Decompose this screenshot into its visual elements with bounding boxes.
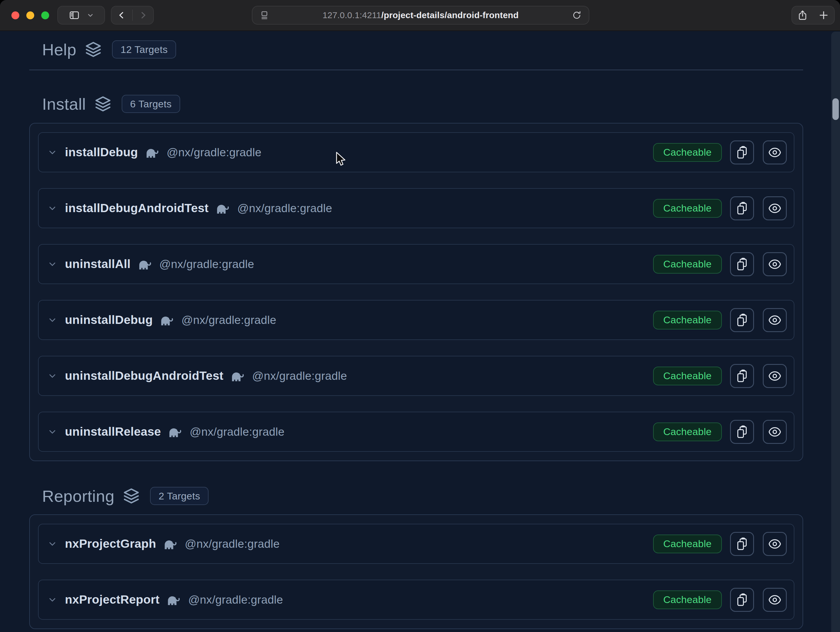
view-button[interactable] (763, 141, 787, 164)
clipboard-icon (735, 593, 749, 607)
new-tab-icon[interactable] (818, 9, 829, 21)
target-group-reporting: nxProjectGraph @nx/gradle:gradle Cacheab… (29, 514, 803, 629)
eye-icon (768, 258, 782, 271)
target-name: uninstallDebugAndroidTest (65, 369, 223, 383)
chevron-down-icon[interactable] (47, 427, 57, 437)
target-row[interactable]: uninstallAll @nx/gradle:gradle Cacheable (38, 244, 794, 284)
copy-button[interactable] (730, 252, 754, 276)
target-executor: @nx/gradle:gradle (188, 593, 283, 606)
copy-button[interactable] (730, 141, 754, 164)
scrollbar-thumb[interactable] (832, 98, 839, 120)
view-button[interactable] (763, 252, 787, 276)
url-host: 127.0.0.1:4211 (323, 10, 381, 20)
clipboard-icon (735, 202, 749, 215)
view-button[interactable] (763, 532, 787, 556)
view-button[interactable] (763, 588, 787, 612)
target-group-install: installDebug @nx/gradle:gradle Cacheable… (29, 123, 803, 461)
reload-icon[interactable] (572, 10, 582, 20)
layers-icon (85, 41, 101, 58)
view-button[interactable] (763, 196, 787, 220)
section-title: Reporting (42, 487, 114, 506)
target-name: nxProjectReport (65, 593, 159, 607)
gradle-icon (216, 204, 230, 214)
target-name: installDebugAndroidTest (65, 201, 208, 215)
eye-icon (768, 313, 782, 327)
copy-button[interactable] (730, 364, 754, 388)
targets-count-badge: 2 Targets (150, 487, 208, 505)
clipboard-icon (735, 258, 749, 271)
gradle-icon (169, 428, 183, 438)
target-executor: @nx/gradle:gradle (237, 202, 332, 215)
share-icon[interactable] (797, 9, 808, 21)
target-executor: @nx/gradle:gradle (159, 258, 254, 271)
view-button[interactable] (763, 364, 787, 388)
target-row[interactable]: uninstallRelease @nx/gradle:gradle Cache… (38, 412, 794, 452)
eye-icon (768, 537, 782, 551)
layers-icon (123, 488, 139, 504)
nav-buttons (111, 6, 154, 25)
section-header-reporting: Reporting 2 Targets (42, 486, 803, 506)
chevron-down-icon[interactable] (47, 147, 57, 157)
scrollbar-track[interactable] (831, 32, 840, 632)
forward-icon (138, 10, 148, 20)
cacheable-badge: Cacheable (653, 591, 722, 609)
eye-icon (768, 369, 782, 383)
target-name: installDebug (65, 145, 138, 159)
forward-button[interactable] (133, 6, 153, 24)
view-button[interactable] (763, 308, 787, 332)
url-path: /project-details/android-frontend (381, 10, 519, 20)
chevron-down-icon[interactable] (47, 315, 57, 325)
clipboard-icon (735, 369, 749, 383)
minimize-window-button[interactable] (26, 11, 34, 19)
page-icon (259, 10, 269, 20)
clipboard-icon (735, 313, 749, 327)
target-executor: @nx/gradle:gradle (167, 146, 262, 159)
gradle-icon (164, 540, 178, 550)
cacheable-badge: Cacheable (653, 143, 722, 162)
copy-button[interactable] (730, 588, 754, 612)
target-name: nxProjectGraph (65, 537, 156, 551)
zoom-window-button[interactable] (41, 11, 49, 19)
cacheable-badge: Cacheable (653, 255, 722, 273)
cacheable-badge: Cacheable (653, 422, 722, 441)
gradle-icon (138, 260, 152, 270)
gradle-icon (231, 372, 245, 382)
chevron-down-icon[interactable] (47, 259, 57, 269)
chevron-down-icon[interactable] (47, 203, 57, 213)
copy-button[interactable] (730, 532, 754, 556)
chevron-down-icon[interactable] (47, 539, 57, 549)
eye-icon (768, 593, 782, 607)
copy-button[interactable] (730, 196, 754, 220)
target-row[interactable]: installDebugAndroidTest @nx/gradle:gradl… (38, 188, 794, 228)
section-title: Help (42, 40, 76, 59)
close-window-button[interactable] (11, 11, 19, 19)
address-bar[interactable]: 127.0.0.1:4211/project-details/android-f… (252, 6, 589, 25)
view-button[interactable] (763, 420, 787, 444)
clipboard-icon (735, 146, 749, 159)
chevron-down-icon[interactable] (47, 371, 57, 381)
copy-button[interactable] (730, 308, 754, 332)
url-text: 127.0.0.1:4211/project-details/android-f… (269, 10, 572, 20)
section-header-help: Help 12 Targets (42, 40, 803, 59)
cacheable-badge: Cacheable (653, 199, 722, 218)
target-executor: @nx/gradle:gradle (185, 537, 279, 550)
target-name: uninstallAll (65, 257, 131, 271)
target-row[interactable]: uninstallDebugAndroidTest @nx/gradle:gra… (38, 356, 794, 396)
target-row[interactable]: nxProjectGraph @nx/gradle:gradle Cacheab… (38, 524, 794, 564)
target-row[interactable]: uninstallDebug @nx/gradle:gradle Cacheab… (38, 300, 794, 340)
copy-button[interactable] (730, 420, 754, 444)
target-executor: @nx/gradle:gradle (252, 370, 347, 382)
cacheable-badge: Cacheable (653, 311, 722, 329)
target-executor: @nx/gradle:gradle (182, 314, 276, 327)
clipboard-icon (735, 425, 749, 439)
target-row[interactable]: installDebug @nx/gradle:gradle Cacheable (38, 132, 794, 172)
chevron-down-icon (87, 11, 94, 19)
sidebar-toggle-button[interactable] (57, 6, 105, 25)
back-button[interactable] (111, 6, 132, 24)
layers-icon (95, 96, 111, 112)
target-row[interactable]: nxProjectReport @nx/gradle:gradle Cachea… (38, 580, 794, 620)
chevron-down-icon[interactable] (47, 595, 57, 605)
target-executor: @nx/gradle:gradle (189, 425, 284, 438)
eye-icon (768, 425, 782, 439)
section-title: Install (42, 95, 86, 114)
